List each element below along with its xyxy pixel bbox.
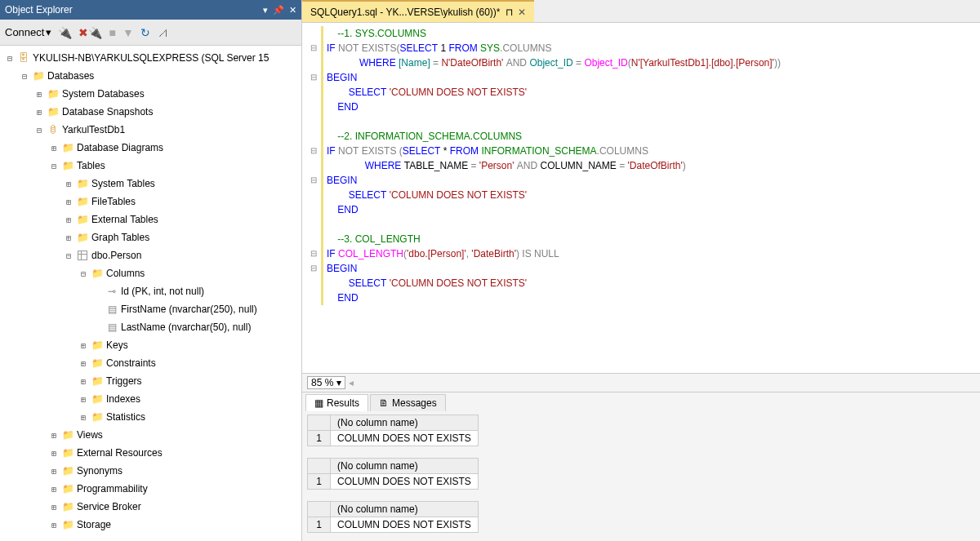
tab-messages[interactable]: 🗎Messages [370,394,446,411]
cell-value[interactable]: COLUMN DOES NOT EXISTS [331,431,479,446]
folder-icon: 📁 [91,267,104,280]
folder-icon: 📁 [47,105,60,118]
folder-icon: 📁 [91,375,104,388]
column-header[interactable]: (No column name) [331,415,479,431]
storage-node[interactable]: ⊞📁Storage [2,516,300,534]
folder-icon: 📁 [61,518,74,531]
object-tree[interactable]: ⊟🗄YKULISH-NB\YARKULSQLEXPRESS (SQL Serve… [0,46,301,541]
result-table[interactable]: (No column name) 1COLUMN DOES NOT EXISTS [307,458,479,490]
external-tables-node[interactable]: ⊞📁External Tables [2,211,300,228]
result-block: (No column name) 1COLUMN DOES NOT EXISTS [302,498,980,541]
column-lastname-node[interactable]: ▤LastName (nvarchar(50), null) [2,318,300,336]
column-id-node[interactable]: ⊸Id (PK, int, not null) [2,282,300,300]
folder-icon: 📁 [91,339,104,352]
zoom-bar: 85 % ▾ ◂ [302,373,980,392]
tab-sqlquery[interactable]: SQLQuery1.sql - YK...VERSE\ykulish (60))… [302,0,534,22]
tab-label: SQLQuery1.sql - YK...VERSE\ykulish (60))… [310,7,501,18]
table-person-node[interactable]: ⊟dbo.Person [2,246,300,264]
folder-icon: 📁 [76,177,89,190]
programmability-node[interactable]: ⊞📁Programmability [2,480,300,498]
column-header[interactable]: (No column name) [331,502,479,517]
stop-icon[interactable]: ■ [109,26,115,39]
connect-plug-icon[interactable]: 🔌 [58,26,72,39]
results-area: (No column name) 1COLUMN DOES NOT EXISTS… [302,411,980,541]
result-table[interactable]: (No column name) 1COLUMN DOES NOT EXISTS [307,415,479,446]
editor-panel: SQLQuery1.sql - YK...VERSE\ykulish (60))… [302,0,980,541]
external-resources-node[interactable]: ⊞📁External Resources [2,444,300,462]
system-tables-node[interactable]: ⊞📁System Tables [2,175,300,193]
close-panel-icon[interactable]: ✕ [289,5,296,16]
constraints-node[interactable]: ⊞📁Constraints [2,354,300,372]
folder-icon: 📁 [61,446,74,459]
folder-icon: 📁 [47,87,60,100]
tab-close-icon[interactable]: ✕ [518,7,526,18]
tab-bar: SQLQuery1.sql - YK...VERSE\ykulish (60))… [302,0,980,23]
table-row: 1COLUMN DOES NOT EXISTS [308,431,479,446]
table-row: 1COLUMN DOES NOT EXISTS [308,474,479,490]
indexes-node[interactable]: ⊞📁Indexes [2,390,300,408]
database-icon: 🛢 [47,123,60,136]
folder-icon: 📁 [61,464,74,477]
filter-icon[interactable]: ▼ [122,26,134,39]
folder-icon: 📁 [32,69,45,82]
tab-results[interactable]: ▦Results [305,394,368,411]
result-block: (No column name) 1COLUMN DOES NOT EXISTS [302,411,980,455]
dropdown-icon[interactable]: ▾ [263,5,268,16]
connect-button[interactable]: Connect ▾ [5,26,51,38]
scroll-left-icon[interactable]: ◂ [349,377,354,388]
folder-icon: 📁 [61,482,74,495]
column-icon: ▤ [105,303,118,316]
grid-icon: ▦ [314,397,323,409]
message-icon: 🗎 [379,397,389,409]
folder-icon: 📁 [61,428,74,441]
result-table[interactable]: (No column name) 1COLUMN DOES NOT EXISTS [307,501,479,533]
folder-icon: 📁 [76,195,89,208]
refresh-icon[interactable]: ↻ [140,26,150,39]
triggers-node[interactable]: ⊞📁Triggers [2,372,300,390]
service-broker-node[interactable]: ⊞📁Service Broker [2,498,300,516]
zoom-select[interactable]: 85 % ▾ [307,376,345,389]
database-node[interactable]: ⊟🛢YarkulTestDb1 [2,121,300,139]
folder-icon: 📁 [61,159,74,172]
file-tables-node[interactable]: ⊞📁FileTables [2,193,300,211]
result-block: (No column name) 1COLUMN DOES NOT EXISTS [302,455,980,498]
folder-icon: 📁 [76,213,89,226]
panel-header: Object Explorer ▾ 📌 ✕ [0,0,301,20]
pin-icon[interactable]: 📌 [273,5,284,16]
result-tabs: ▦Results 🗎Messages [302,392,980,411]
panel-title: Object Explorer [5,4,73,16]
folder-icon: 📁 [61,141,74,154]
views-node[interactable]: ⊞📁Views [2,426,300,444]
keys-node[interactable]: ⊞📁Keys [2,336,300,354]
synonyms-node[interactable]: ⊞📁Synonyms [2,462,300,480]
object-explorer-panel: Object Explorer ▾ 📌 ✕ Connect ▾ 🔌 ✖🔌 ■ ▼… [0,0,302,541]
folder-icon: 📁 [61,500,74,513]
folder-icon: 📁 [76,231,89,244]
cell-value[interactable]: COLUMN DOES NOT EXISTS [331,474,479,490]
tables-node[interactable]: ⊟📁Tables [2,157,300,175]
database-diagrams-node[interactable]: ⊞📁Database Diagrams [2,139,300,157]
statistics-node[interactable]: ⊞📁Statistics [2,408,300,426]
server-node[interactable]: ⊟🗄YKULISH-NB\YARKULSQLEXPRESS (SQL Serve… [2,49,300,67]
system-databases-node[interactable]: ⊞📁System Databases [2,85,300,103]
folder-icon: 📁 [91,410,104,423]
disconnect-icon[interactable]: ✖🔌 [78,26,102,39]
table-row: 1COLUMN DOES NOT EXISTS [308,517,479,533]
table-icon [76,249,89,262]
column-firstname-node[interactable]: ▤FirstName (nvarchar(250), null) [2,300,300,318]
connect-toolbar: Connect ▾ 🔌 ✖🔌 ■ ▼ ↻ ⩘ [0,20,301,46]
server-icon: 🗄 [17,51,30,64]
column-header[interactable]: (No column name) [331,459,479,474]
key-icon: ⊸ [105,285,118,298]
columns-node[interactable]: ⊟📁Columns [2,264,300,282]
database-snapshots-node[interactable]: ⊞📁Database Snapshots [2,103,300,121]
sql-editor[interactable]: --1. SYS.COLUMNS IF NOT EXISTS(SELECT 1 … [302,23,980,373]
column-icon: ▤ [105,321,118,334]
folder-icon: 📁 [91,392,104,406]
databases-node[interactable]: ⊟📁Databases [2,67,300,85]
folder-icon: 📁 [91,357,104,370]
graph-tables-node[interactable]: ⊞📁Graph Tables [2,228,300,246]
activity-icon[interactable]: ⩘ [157,26,168,39]
tab-pin-icon[interactable]: ⊓ [506,7,513,18]
cell-value[interactable]: COLUMN DOES NOT EXISTS [331,517,479,533]
